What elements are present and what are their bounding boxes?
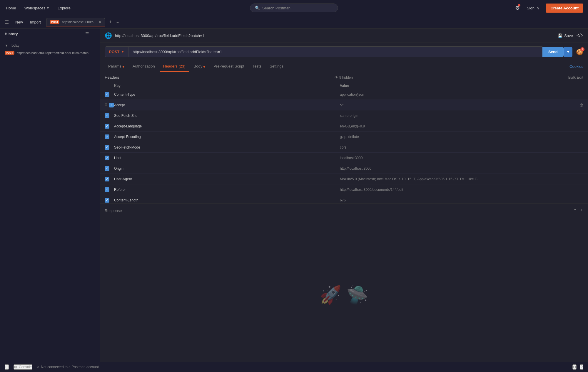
header-value[interactable]: application/json	[340, 92, 566, 97]
header-value[interactable]: localhost:3000	[340, 156, 566, 160]
explore-nav-item[interactable]: Explore	[56, 4, 72, 12]
sidebar-toggle-button[interactable]: ☰	[2, 18, 11, 26]
header-value[interactable]: Mozilla/5.0 (Macintosh; Intel Mac OS X 1…	[340, 177, 566, 181]
row-checkbox[interactable]: ✓	[105, 166, 109, 171]
send-dropdown-button[interactable]: ▼	[564, 47, 572, 57]
header-key[interactable]: Accept-Language	[114, 124, 340, 128]
today-label[interactable]: ▼ Today	[0, 42, 100, 49]
headers-table: Key Value ✓ Content-Type application/jso…	[100, 83, 588, 203]
workspaces-nav-item[interactable]: Workspaces ▼	[23, 4, 51, 12]
header-value[interactable]: http://localhost:3000	[340, 166, 566, 171]
request-header: 🌐 http://localhost:3000/api/trpc/field.a…	[100, 28, 588, 43]
search-bar[interactable]: 🔍 Search Postman	[250, 4, 338, 12]
table-row: ✓ Accept-Encoding gzip, deflate	[100, 132, 588, 142]
console-button[interactable]: ⊞ Console	[14, 364, 32, 370]
header-key[interactable]: Host	[114, 156, 340, 160]
header-value[interactable]: same-origin	[340, 114, 566, 118]
header-key[interactable]: Accept	[114, 103, 340, 107]
header-value[interactable]: http://localhost:3000/documents/144/edit	[340, 188, 566, 192]
create-account-button[interactable]: Create Account	[546, 4, 583, 13]
method-badge: POST	[50, 20, 60, 24]
row-checkbox[interactable]: ✓	[105, 92, 109, 97]
history-post-badge: POST	[5, 51, 14, 55]
cookies-button[interactable]: 🍪 1	[576, 48, 583, 55]
header-key[interactable]: Origin	[114, 166, 340, 171]
header-value[interactable]: gzip, deflate	[340, 135, 566, 139]
request-tab[interactable]: POST http://localhost:3000/a... ✕	[46, 18, 105, 26]
bulk-edit-button[interactable]: Bulk Edit	[568, 75, 583, 80]
header-key[interactable]: Referer	[114, 188, 340, 192]
table-row: ✓ Sec-Fetch-Site same-origin	[100, 110, 588, 121]
table-row: ✓ User-Agent Mozilla/5.0 (Macintosh; Int…	[100, 174, 588, 184]
row-checkbox[interactable]: ✓	[105, 156, 109, 160]
connection-icon: ○	[37, 365, 39, 369]
nav-left: Home Workspaces ▼ Explore	[5, 4, 72, 12]
tab-settings[interactable]: Settings	[266, 61, 287, 72]
cookies-link[interactable]: Cookies	[569, 64, 583, 69]
header-key[interactable]: Sec-Fetch-Site	[114, 114, 340, 118]
filter-icon[interactable]: ☰	[85, 31, 89, 36]
action-cell: 🗑	[566, 103, 583, 107]
header-key[interactable]: Content-Type	[114, 92, 340, 97]
delete-header-button[interactable]: 🗑	[579, 103, 583, 107]
header-value[interactable]: 676	[340, 198, 566, 202]
tab-pre-request-script[interactable]: Pre-request Script	[210, 61, 248, 72]
row-checkbox[interactable]: ✓	[105, 198, 109, 203]
settings-button[interactable]: ⚙	[515, 5, 520, 11]
add-tab-button[interactable]: +	[106, 18, 114, 26]
header-key[interactable]: Sec-Fetch-Mode	[114, 145, 340, 149]
more-tabs-button[interactable]: ···	[116, 20, 119, 25]
tab-params[interactable]: Params	[105, 61, 128, 72]
header-value[interactable]: */*	[340, 103, 566, 107]
check-icon: ✓	[106, 145, 108, 149]
row-checkbox[interactable]: ✓	[105, 187, 109, 192]
table-row: ✓ Content-Length 676	[100, 195, 588, 203]
expand-response-button[interactable]: ⌃	[573, 208, 577, 213]
send-button[interactable]: Send	[542, 47, 564, 57]
history-item-url: http://localhost:3000/api/trpc/field.add…	[17, 51, 89, 55]
tab-close-button[interactable]: ✕	[98, 20, 101, 24]
check-icon: ✓	[106, 114, 108, 117]
checkbox-cell: ✓	[105, 134, 114, 139]
home-nav-item[interactable]: Home	[5, 4, 17, 12]
tab-tests[interactable]: Tests	[249, 61, 265, 72]
key-col-header: Key	[114, 84, 340, 88]
check-icon: ✓	[106, 135, 108, 139]
content-area: 🌐 http://localhost:3000/api/trpc/field.a…	[100, 28, 588, 372]
search-placeholder: Search Postman	[262, 6, 290, 10]
hidden-headers-badge[interactable]: 👁 9 hidden	[335, 75, 353, 80]
url-bar: POST ▼ Send ▼ 🍪 1	[100, 43, 588, 61]
url-input[interactable]	[128, 46, 542, 57]
history-item[interactable]: POST http://localhost:3000/api/trpc/fiel…	[0, 49, 100, 56]
request-url-display: 🌐 http://localhost:3000/api/trpc/field.a…	[105, 32, 204, 39]
header-key[interactable]: Content-Length	[114, 198, 340, 202]
help-button[interactable]: ?	[580, 364, 583, 370]
row-checkbox[interactable]: ✓	[109, 103, 114, 107]
header-key[interactable]: User-Agent	[114, 177, 340, 181]
request-url-display-text: http://localhost:3000/api/trpc/field.add…	[115, 33, 204, 38]
sign-in-button[interactable]: Sign In	[523, 4, 542, 12]
row-checkbox[interactable]: ✓	[105, 134, 109, 139]
header-value[interactable]: cors	[340, 145, 566, 149]
response-more-button[interactable]: ⋮	[579, 208, 583, 213]
save-button[interactable]: 💾 Save	[558, 33, 573, 38]
sidebar-title: History	[5, 32, 18, 36]
new-button[interactable]: New	[12, 18, 26, 26]
panel-toggle-button[interactable]: ⊟	[5, 364, 9, 370]
tab-authorization[interactable]: Authorization	[129, 61, 158, 72]
layout-button[interactable]: ⊡	[572, 364, 577, 370]
checkbox-cell: ✓	[105, 145, 114, 150]
row-checkbox[interactable]: ✓	[105, 124, 109, 129]
row-checkbox[interactable]: ✓	[105, 113, 109, 118]
sidebar-more-icon[interactable]: ···	[91, 31, 95, 36]
code-view-button[interactable]: </>	[577, 33, 583, 38]
tab-body[interactable]: Body	[190, 61, 209, 72]
row-checkbox[interactable]: ✓	[105, 145, 109, 150]
row-checkbox[interactable]: ✓	[105, 177, 109, 181]
method-select[interactable]: POST ▼	[105, 46, 128, 57]
import-button[interactable]: Import	[27, 18, 44, 26]
search-icon: 🔍	[255, 6, 260, 10]
tab-headers[interactable]: Headers (23)	[160, 61, 189, 72]
header-key[interactable]: Accept-Encoding	[114, 135, 340, 139]
header-value[interactable]: en-GB,en;q=0.9	[340, 124, 566, 128]
